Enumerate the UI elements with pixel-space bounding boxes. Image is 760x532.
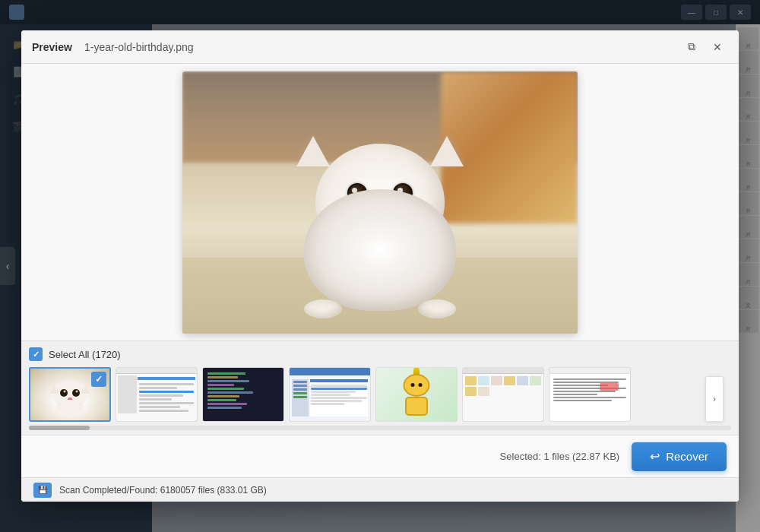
thumbnail-image bbox=[116, 368, 197, 421]
thumbnails-row: ✓ bbox=[29, 367, 731, 422]
status-icon: 💾 bbox=[33, 483, 52, 498]
thumbnail-item[interactable] bbox=[289, 367, 371, 422]
preview-image bbox=[182, 71, 578, 334]
recover-button-label: Recover bbox=[666, 450, 708, 463]
thumbnail-image bbox=[463, 368, 543, 421]
thumbnail-item[interactable] bbox=[375, 367, 458, 422]
thumbnail-image bbox=[203, 368, 283, 421]
image-container bbox=[21, 64, 739, 340]
thumbnails-scrollbar[interactable] bbox=[29, 426, 731, 430]
thumbnail-item[interactable] bbox=[549, 367, 631, 422]
select-all-checkbox[interactable] bbox=[29, 347, 43, 361]
cat-paw-left bbox=[304, 299, 342, 318]
recover-button[interactable]: ↩ Recover bbox=[632, 442, 727, 471]
scrollbar-thumb[interactable] bbox=[29, 426, 90, 430]
modal-app-name: Preview bbox=[32, 41, 72, 53]
thumbnail-image bbox=[290, 368, 370, 421]
mini-cat-svg bbox=[47, 374, 93, 416]
cat-ear-right bbox=[430, 136, 464, 166]
image-preview-area bbox=[21, 64, 739, 340]
thumbnail-item[interactable]: ✓ bbox=[29, 367, 111, 422]
svg-point-5 bbox=[64, 390, 66, 392]
cat-fur-body bbox=[304, 189, 456, 311]
thumbnails-section: Select All (1720) ✓ bbox=[21, 340, 739, 435]
select-all-row: Select All (1720) bbox=[29, 347, 731, 361]
modal-close-button[interactable]: ✕ bbox=[707, 36, 728, 58]
cat-paw-right bbox=[418, 299, 456, 318]
thumbnail-image bbox=[376, 368, 457, 421]
cat-body bbox=[289, 144, 471, 311]
preview-modal: Preview 1-year-old-birthday.png ⧉ ✕ bbox=[21, 30, 739, 502]
modal-titlebar: Preview 1-year-old-birthday.png ⧉ ✕ bbox=[21, 30, 739, 64]
svg-point-3 bbox=[60, 389, 68, 397]
svg-point-8 bbox=[56, 400, 84, 415]
thumbnails-next-button[interactable]: › bbox=[705, 376, 724, 422]
thumbnail-item[interactable] bbox=[116, 367, 198, 422]
selected-files-info: Selected: 1 files (22.87 KB) bbox=[500, 451, 620, 462]
modal-footer: Selected: 1 files (22.87 KB) ↩ Recover bbox=[21, 435, 739, 477]
select-all-label: Select All (1720) bbox=[49, 349, 121, 360]
svg-point-6 bbox=[76, 390, 78, 392]
modal-filename: 1-year-old-birthday.png bbox=[84, 41, 194, 53]
status-text: Scan Completed/Found: 6180057 files (833… bbox=[59, 485, 267, 496]
thumbnail-image bbox=[549, 368, 630, 421]
cartoon-character bbox=[397, 374, 435, 416]
modal-window-buttons: ⧉ ✕ bbox=[681, 36, 728, 58]
thumbnails-area: ✓ bbox=[29, 367, 731, 430]
svg-point-4 bbox=[72, 389, 80, 397]
status-bar: 💾 Scan Completed/Found: 6180057 files (8… bbox=[21, 477, 739, 502]
thumbnail-item[interactable] bbox=[202, 367, 284, 422]
recover-icon: ↩ bbox=[650, 449, 660, 464]
thumbnail-item[interactable] bbox=[462, 367, 544, 422]
cat-ear-left bbox=[296, 136, 330, 166]
thumbnail-check: ✓ bbox=[91, 372, 106, 387]
modal-restore-button[interactable]: ⧉ bbox=[681, 36, 702, 58]
